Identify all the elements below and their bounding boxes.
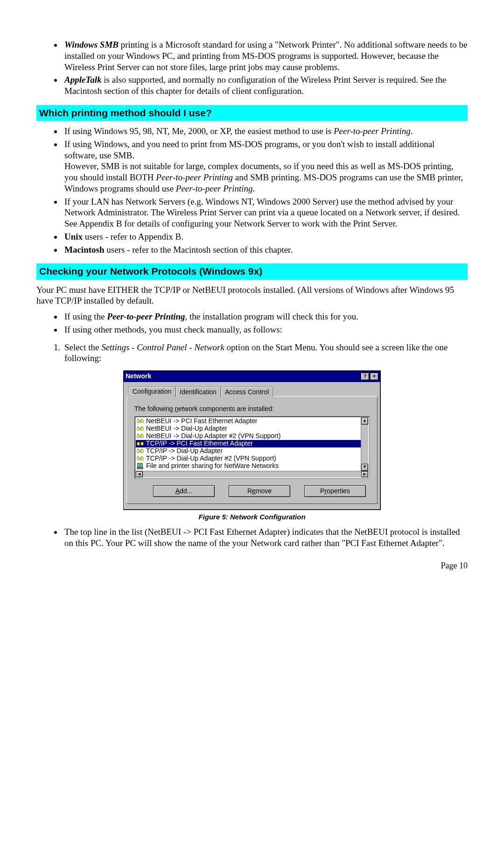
list-item-label: TCP/IP -> Dial-Up Adapter #2 (VPN Suppor… [146,454,276,463]
components-listbox[interactable]: NetBEUI -> PCI Fast Ethernet AdapterNetB… [134,416,370,479]
list-item: Macintosh users - refer to the Macintosh… [63,244,468,255]
protocol-icon [137,426,144,432]
network-dialog: Network ? × Configuration Identification… [123,370,381,510]
term-unix: Unix [64,232,83,241]
figure-caption: Figure 5: Network Configuration [36,513,468,522]
svg-rect-5 [137,427,140,430]
text: See Appendix B for details of configurin… [64,219,397,228]
method-bullet-list: If using Windows 95, 98, NT, Me, 2000, o… [36,126,468,255]
list-item: If using the Peer-to-peer Printing, the … [63,311,468,322]
list-item: If using Windows 95, 98, NT, Me, 2000, o… [63,126,468,137]
dialog-titlebar: Network ? × [124,371,380,382]
svg-rect-6 [141,427,143,430]
figure-network-dialog: Network ? × Configuration Identification… [36,370,468,510]
list-item-label: NetBEUI -> PCI Fast Ethernet Adapter [146,418,258,426]
protocol-icon [137,433,144,440]
text: printing is a Microsoft standard for usi… [64,40,467,72]
protocol-icon [137,418,144,425]
list-item-label: File and printer sharing for NetWare Net… [146,462,279,470]
list-item[interactable]: File and printer sharing for NetWare Net… [136,462,361,470]
paragraph: Your PC must have EITHER the TCP/IP or N… [36,284,468,307]
list-item-label: TCP/IP -> Dial-Up Adapter [146,447,223,455]
term-windows-smb: Windows SMB [64,40,119,50]
computer-icon [137,463,144,469]
text: If using other methods, you must check m… [64,325,282,334]
svg-rect-16 [141,442,143,445]
intro-bullet-list: Windows SMB printing is a Microsoft stan… [36,39,468,97]
svg-rect-26 [141,457,143,460]
list-item: If using Windows, and you need to print … [63,139,468,194]
text: If using the [64,312,107,321]
list-item-label: NetBEUI -> Dial-Up Adapter [146,425,227,433]
listbox-label: The following network components are ins… [134,405,370,413]
tab-identification[interactable]: Identification [175,387,221,397]
svg-rect-11 [141,435,143,438]
svg-rect-25 [137,457,140,460]
svg-rect-21 [141,450,143,453]
post-figure-bullet-list: The top line in the list (NetBEUI -> PCI… [36,526,468,549]
svg-rect-20 [137,450,140,453]
list-item[interactable]: TCP/IP -> PCI Fast Ethernet Adapter [136,440,361,447]
text: , the installation program will check th… [185,312,358,321]
close-icon[interactable]: × [370,373,378,380]
term-macintosh: Macintosh [64,245,105,255]
horizontal-scrollbar[interactable]: ◄ ► [136,471,368,477]
tab-strip: Configuration Identification Access Cont… [128,386,378,397]
tab-panel-configuration: The following network components are ins… [126,396,378,504]
text: is also supported, and normally no confi… [64,75,446,96]
list-item: AppleTalk is also supported, and normall… [63,74,468,97]
svg-rect-0 [137,420,140,423]
protocol-icon [137,455,144,462]
text: If your LAN has Network Servers (e.g. Wi… [64,197,460,218]
page-number: Page 10 [36,560,468,571]
protocol-icon [137,448,144,454]
svg-rect-32 [137,468,143,469]
list-item: Windows SMB printing is a Microsoft stan… [63,39,468,72]
steps-list: Select the Settings - Control Panel - Ne… [36,342,468,364]
add-button[interactable]: Add... [153,485,215,497]
text: Select the [64,342,101,352]
list-item-label: NetBEUI -> Dial-Up Adapter #2 (VPN Suppo… [146,432,280,440]
text: users - refer to the Macintosh section o… [105,245,293,255]
list-item[interactable]: NetBEUI -> PCI Fast Ethernet Adapter [136,418,361,425]
list-item[interactable]: TCP/IP -> Dial-Up Adapter #2 (VPN Suppor… [136,455,361,462]
vertical-scrollbar[interactable]: ▲ ▼ [361,418,368,471]
text: . [411,126,413,136]
scroll-right-icon[interactable]: ► [361,471,368,477]
scroll-down-icon[interactable]: ▼ [361,464,368,471]
dialog-title-text: Network [126,372,151,381]
scroll-left-icon[interactable]: ◄ [136,471,143,477]
text: users - refer to Appendix B. [83,232,183,241]
remove-button[interactable]: Remove [229,485,290,497]
list-item: The top line in the list (NetBEUI -> PCI… [63,526,468,549]
heading-checking-protocols: Checking your Network Protocols (Windows… [36,263,468,279]
properties-button[interactable]: Properties [304,485,366,497]
text: . [253,184,255,193]
scroll-up-icon[interactable]: ▲ [361,418,368,425]
svg-rect-15 [137,442,140,445]
tab-access-control[interactable]: Access Control [221,387,273,397]
list-item[interactable]: TCP/IP -> Dial-Up Adapter [136,447,361,455]
step-1: Select the Settings - Control Panel - Ne… [63,342,468,364]
tab-configuration[interactable]: Configuration [128,386,175,397]
list-item: If using other methods, you must check m… [63,324,468,335]
term-p2p: Peer-to-peer Printing [156,172,233,182]
list-item[interactable]: NetBEUI -> Dial-Up Adapter [136,425,361,433]
svg-rect-10 [137,435,140,438]
list-item: If your LAN has Network Servers (e.g. Wi… [63,196,468,229]
svg-rect-31 [139,464,141,466]
term-p2p: Peer-to-peer Printing [176,184,253,193]
text: If using Windows 95, 98, NT, Me, 2000, o… [64,126,334,136]
list-item: Unix users - refer to Appendix B. [63,231,468,242]
protocol-bullet-list: If using the Peer-to-peer Printing, the … [36,311,468,335]
term-p2p: Peer-to-peer Printing [334,126,411,136]
list-item-label: TCP/IP -> PCI Fast Ethernet Adapter [146,440,253,448]
heading-which-method: Which printing method should I use? [36,105,468,121]
help-icon[interactable]: ? [361,373,369,380]
text: The top line in the list (NetBEUI -> PCI… [64,527,460,548]
menu-path: Settings - Control Panel - Network [101,342,224,352]
protocol-icon [137,440,144,447]
term-p2p: Peer-to-peer Printing [107,312,185,321]
list-item[interactable]: NetBEUI -> Dial-Up Adapter #2 (VPN Suppo… [136,433,361,440]
text: If using Windows, and you need to print … [64,139,434,160]
